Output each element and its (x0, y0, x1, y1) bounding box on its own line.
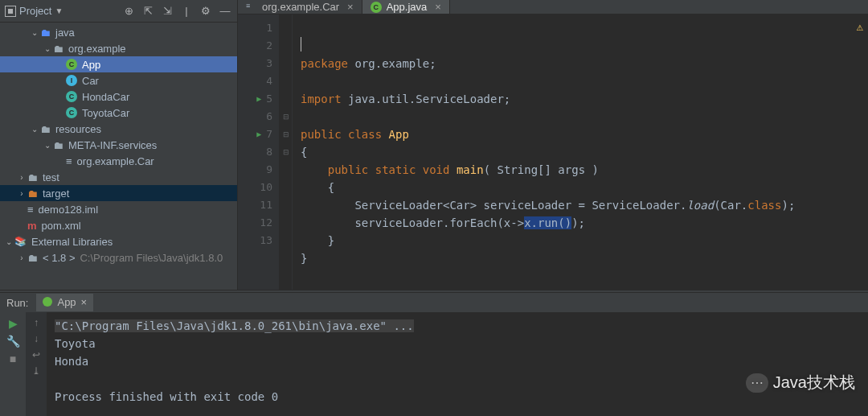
tree-item-meta-inf-services[interactable]: ⌄🖿META-INF.services (0, 137, 237, 153)
tree-label: < 1.8 > (43, 252, 75, 264)
file-icon: ≡ (246, 2, 257, 13)
dropdown-icon[interactable]: ▼ (55, 6, 63, 15)
line-number[interactable]: 1 (266, 19, 272, 37)
close-icon[interactable]: × (347, 1, 354, 13)
tree-label: org.example (68, 43, 126, 55)
run-panel: Run: App × ▶ 🔧 ■ ↑ ↓ ↩ ⤓ "C:\Program Fil… (0, 293, 868, 416)
down-icon[interactable]: ↓ (34, 333, 39, 344)
run-gutter-icon[interactable]: ▶ (256, 90, 261, 108)
tab-org-example-car[interactable]: ≡org.example.Car× (238, 0, 362, 14)
expand-icon[interactable]: ⇲ (160, 4, 174, 19)
chevron-right-icon[interactable]: › (18, 253, 26, 262)
scroll-icon[interactable]: ⤓ (32, 365, 40, 377)
file-icon: ≡ (66, 155, 72, 167)
softwrap-icon[interactable]: ↩ (32, 349, 40, 360)
project-icon (5, 6, 16, 17)
tree-label: org.example.Car (77, 155, 154, 167)
editor-area: ≡org.example.Car×CApp.java× 1234▶56▶7891… (238, 0, 868, 290)
tree-item-hondacar[interactable]: CHondaCar (0, 89, 237, 105)
tree-item-org-example[interactable]: ⌄🖿org.example (0, 40, 237, 56)
sidebar-title[interactable]: Project (19, 5, 51, 17)
folder-icon: 🖿 (53, 43, 63, 55)
tree-item-app[interactable]: CApp (0, 56, 237, 72)
wrench-icon[interactable]: 🔧 (6, 335, 20, 348)
tree-item-java[interactable]: ⌄🖿java (0, 24, 237, 40)
up-icon[interactable]: ↑ (34, 317, 39, 328)
fold-icon[interactable]: ⊟ (280, 143, 292, 161)
console-line: Process finished with exit code 0 (55, 388, 860, 406)
editor-tabs[interactable]: ≡org.example.Car×CApp.java× (238, 0, 868, 14)
tree-item-org-example-car[interactable]: ≡org.example.Car (0, 153, 237, 169)
tree-item-target[interactable]: ›🖿target (0, 185, 237, 201)
tree-item-external-libraries[interactable]: ⌄📚External Libraries (0, 233, 237, 249)
line-number[interactable]: 9 (266, 161, 272, 179)
gutter[interactable]: 1234▶56▶78910111213 (238, 14, 280, 290)
stop-icon[interactable]: ■ (10, 352, 16, 365)
tree-label: ToyotaCar (82, 107, 129, 119)
run-tab-app[interactable]: App × (36, 294, 93, 311)
tree-item-demo128-iml[interactable]: ≡demo128.iml (0, 201, 237, 217)
line-number[interactable]: 5 (266, 90, 272, 108)
line-number[interactable]: 8 (266, 143, 272, 161)
console-line: "C:\Program Files\Java\jdk1.8.0_261\bin\… (55, 317, 860, 335)
code-editor[interactable]: ⚠package org.example; import java.util.S… (293, 14, 868, 290)
run-header: Run: App × (0, 293, 868, 312)
folder-icon: 🖿 (40, 123, 51, 135)
line-number[interactable]: 7 (266, 126, 272, 143)
folder-icon: 🖿 (27, 252, 38, 264)
tree-item--1-8-[interactable]: ›🖿< 1.8 >C:\Program Files\Java\jdk1.8.0 (0, 249, 237, 266)
chevron-down-icon[interactable]: ⌄ (43, 44, 51, 53)
run-config-icon (43, 297, 52, 307)
close-icon[interactable]: × (435, 1, 441, 13)
tree-item-resources[interactable]: ⌄🖿resources (0, 121, 237, 137)
chevron-down-icon[interactable]: ⌄ (31, 125, 39, 134)
class-icon: C (66, 59, 77, 70)
run-tab-label: App (57, 296, 76, 308)
close-icon[interactable]: × (81, 296, 88, 308)
tree-label: HondaCar (82, 91, 129, 103)
fold-column[interactable]: ⊟⊟⊟ (280, 14, 293, 290)
line-number[interactable]: 10 (260, 179, 272, 196)
warning-icon[interactable]: ⚠ (857, 18, 863, 35)
chevron-down-icon[interactable]: ⌄ (31, 28, 39, 37)
chevron-right-icon[interactable]: › (18, 173, 26, 182)
class-icon: C (371, 2, 382, 13)
line-number[interactable]: 13 (260, 232, 272, 249)
folder-icon: 🖿 (40, 27, 51, 39)
run-nav: ↑ ↓ ↩ ⤓ (26, 312, 47, 416)
line-number[interactable]: 3 (266, 55, 272, 72)
tree-label: java (55, 27, 75, 39)
folder-icon: 🖿 (53, 139, 63, 151)
fold-icon[interactable]: ⊟ (280, 108, 292, 126)
line-number[interactable]: 12 (260, 214, 272, 232)
chevron-down-icon[interactable]: ⌄ (43, 141, 51, 150)
chevron-right-icon[interactable]: › (18, 189, 26, 198)
line-number[interactable]: 11 (260, 196, 272, 214)
tree-label: App (82, 59, 100, 71)
tree-item-test[interactable]: ›🖿test (0, 169, 237, 185)
line-number[interactable]: 4 (266, 72, 272, 90)
console-output[interactable]: "C:\Program Files\Java\jdk1.8.0_261\bin\… (47, 312, 868, 416)
collapse-icon[interactable]: ⇱ (141, 4, 155, 19)
gear-icon[interactable]: ⚙ (199, 4, 213, 19)
line-number[interactable]: 6 (266, 108, 272, 126)
file-icon: ≡ (27, 204, 34, 216)
tree-label: Car (82, 75, 99, 87)
run-gutter-icon[interactable]: ▶ (256, 126, 261, 143)
tree-item-toyotacar[interactable]: CToyotaCar (0, 105, 237, 121)
library-icon: 📚 (14, 236, 27, 247)
chevron-down-icon[interactable]: ⌄ (5, 237, 13, 246)
class-icon: I (66, 75, 77, 86)
hide-icon[interactable]: — (218, 4, 232, 19)
line-number[interactable]: 2 (266, 37, 272, 55)
rerun-icon[interactable]: ▶ (9, 317, 18, 330)
tab-app-java[interactable]: CApp.java× (362, 0, 450, 14)
console-line: Honda (55, 352, 860, 370)
tree-item-car[interactable]: ICar (0, 72, 237, 89)
sidebar-header: Project ▼ ⊕ ⇱ ⇲ | ⚙ — (0, 0, 237, 23)
project-tree[interactable]: ⌄🖿java⌄🖿org.exampleCAppICarCHondaCarCToy… (0, 23, 237, 290)
fold-icon[interactable]: ⊟ (280, 126, 292, 143)
locate-icon[interactable]: ⊕ (121, 4, 136, 19)
tree-item-pom-xml[interactable]: mpom.xml (0, 217, 237, 233)
tree-label: META-INF.services (68, 139, 157, 151)
